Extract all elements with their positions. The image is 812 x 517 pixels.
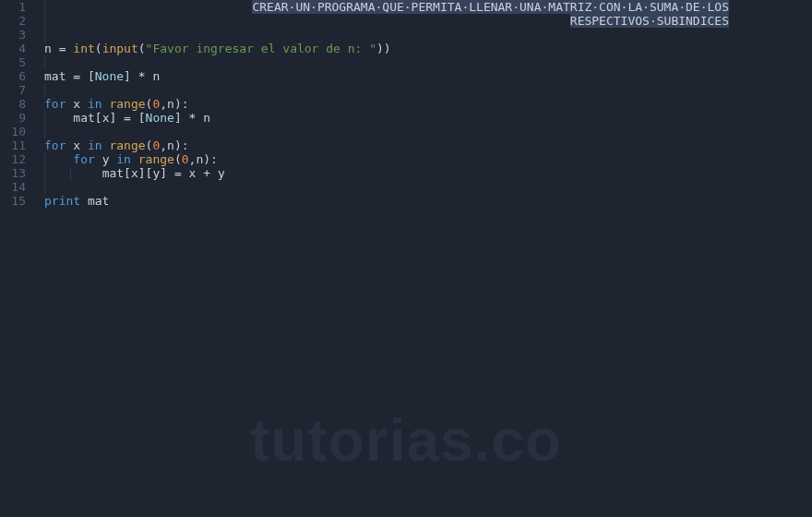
token-builtin: int (73, 42, 94, 55)
code-line[interactable] (44, 28, 812, 42)
token-number: 0 (182, 152, 189, 166)
token-identifier: x (73, 138, 80, 152)
line-number: 4 (0, 42, 31, 55)
code-area[interactable]: CREAR·UN·PROGRAMA·QUE·PERMITA·LLENAR·UNA… (31, 0, 812, 517)
line-number: 5 (0, 55, 31, 69)
selected-comment: RESPECTIVOS·SUBINDICES (570, 14, 729, 28)
token-builtin: range (109, 97, 145, 111)
line-number: 2 (0, 14, 31, 28)
line-number: 8 (0, 97, 31, 111)
token-builtin: range (138, 152, 174, 166)
token-identifier: mat (88, 194, 109, 208)
token-constant: None (95, 69, 124, 83)
code-line[interactable]: CREAR·UN·PROGRAMA·QUE·PERMITA·LLENAR·UNA… (44, 0, 812, 14)
token-identifier: n (152, 69, 160, 83)
token-builtin: input (102, 42, 138, 55)
code-line[interactable]: for x in range(0,n): (44, 138, 812, 152)
token-identifier: n (203, 111, 210, 125)
token-constant: None (146, 111, 174, 125)
token-identifier: mat (102, 166, 124, 180)
token-keyword: in (88, 138, 102, 152)
token-keyword: for (44, 138, 66, 152)
token-builtin: range (109, 138, 145, 152)
code-line[interactable]: mat[x] = [None] * n (44, 111, 812, 125)
code-line[interactable] (44, 55, 812, 69)
code-line[interactable]: for x in range(0,n): (44, 97, 812, 111)
code-line[interactable]: for y in range(0,n): (44, 152, 812, 166)
token-identifier: y (218, 166, 225, 180)
code-line[interactable]: RESPECTIVOS·SUBINDICES (44, 14, 812, 28)
line-number: 14 (0, 180, 31, 194)
token-identifier: mat (73, 111, 94, 125)
code-line[interactable]: n = int(input("Favor ingresar el valor d… (44, 42, 812, 55)
token-identifier: mat (44, 69, 66, 83)
line-number: 12 (0, 152, 31, 166)
line-number: 11 (0, 138, 31, 152)
line-number: 1 (0, 0, 31, 14)
token-keyword: for (44, 97, 66, 111)
line-number-gutter: 1 2 3 4 5 6 7 8 9 10 11 12 13 14 15 (0, 0, 31, 517)
token-identifier: x (73, 97, 80, 111)
token-identifier: n (167, 138, 174, 152)
token-keyword: in (88, 97, 102, 111)
selected-comment: CREAR·UN·PROGRAMA·QUE·PERMITA·LLENAR·UNA… (252, 0, 729, 14)
token-identifier: n (167, 97, 174, 111)
code-line[interactable]: mat[x][y] = x + y (44, 166, 812, 180)
token-keyword: print (44, 194, 80, 208)
token-keyword: in (116, 152, 131, 166)
token-keyword: for (73, 152, 94, 166)
line-number: 13 (0, 166, 31, 180)
token-identifier: x (131, 166, 138, 180)
code-editor[interactable]: 1 2 3 4 5 6 7 8 9 10 11 12 13 14 15 CREA… (0, 0, 812, 517)
token-string: "Favor ingresar el valor de n: " (146, 42, 376, 55)
line-number: 15 (0, 194, 31, 208)
line-number: 7 (0, 83, 31, 97)
token-identifier: n (44, 42, 52, 55)
code-line[interactable]: print mat (44, 194, 812, 208)
code-line[interactable] (44, 83, 812, 97)
code-line[interactable] (44, 125, 812, 138)
code-line[interactable] (44, 180, 812, 194)
line-number: 3 (0, 28, 31, 42)
code-line[interactable]: mat = [None] * n (44, 69, 812, 83)
line-number: 10 (0, 125, 31, 138)
line-number: 9 (0, 111, 31, 125)
line-number: 6 (0, 69, 31, 83)
